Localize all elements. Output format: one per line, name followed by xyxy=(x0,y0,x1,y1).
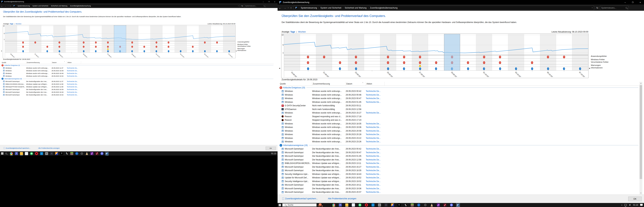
chart-day-cell[interactable] xyxy=(54,50,66,53)
chart-day-cell[interactable] xyxy=(199,41,211,44)
chart-day-cell[interactable] xyxy=(211,48,223,50)
table-row[interactable]: Reason Stopped responding and was cl... … xyxy=(279,115,639,118)
technical-details-link[interactable]: Technische De... xyxy=(366,169,384,172)
save-history-link[interactable]: Zuverlässigkeitsverlauf speichern... xyxy=(282,198,318,200)
technical-details-link[interactable]: Technische De... xyxy=(366,133,384,136)
close-button[interactable]: × xyxy=(636,0,644,5)
chart-day-cell[interactable] xyxy=(300,67,316,70)
chart-day-cell[interactable] xyxy=(492,64,508,67)
selected-day-highlight[interactable] xyxy=(114,25,126,53)
chart-day-cell[interactable] xyxy=(540,64,556,67)
opera-gx-icon[interactable] xyxy=(364,203,368,207)
table-row[interactable]: Informationsereignisse (6) xyxy=(1,78,274,80)
chart-day-cell[interactable] xyxy=(162,50,174,53)
forward-icon[interactable]: → xyxy=(284,6,286,9)
technical-details-link[interactable]: Technische De... xyxy=(67,80,81,82)
chart-day-cell[interactable] xyxy=(332,55,348,58)
table-row[interactable]: Kritische Ereignisse (15) xyxy=(279,86,639,90)
refresh-icon[interactable]: ↻ xyxy=(596,6,598,9)
chrome-icon[interactable] xyxy=(332,203,336,207)
chart-day-cell[interactable] xyxy=(90,46,102,48)
technical-details-link[interactable]: Technische De... xyxy=(366,184,384,186)
technical-details-link[interactable]: Technische De... xyxy=(366,155,384,157)
moth-app-icon[interactable] xyxy=(45,152,48,156)
start-button[interactable] xyxy=(278,203,282,207)
ok-button[interactable]: OK xyxy=(628,196,642,201)
chart-day-cell[interactable] xyxy=(460,55,476,58)
chart-day-cell[interactable] xyxy=(162,41,174,44)
vinyl-app-icon[interactable] xyxy=(80,152,84,156)
restore-button[interactable]: ❐ xyxy=(266,0,272,4)
table-scrollbar[interactable]: ▲ ▼ xyxy=(640,82,642,194)
chart-day-cell[interactable] xyxy=(316,67,332,70)
chart-day-cell[interactable] xyxy=(316,64,332,67)
technical-details-link[interactable]: Technische De... xyxy=(366,162,384,164)
technical-details-link[interactable]: Technische De... xyxy=(366,140,384,143)
reliability-monitor-icon[interactable] xyxy=(456,203,460,207)
chart-day-cell[interactable] xyxy=(162,46,174,48)
chart-day-cell[interactable] xyxy=(300,64,316,67)
technical-details-link[interactable]: Technische De... xyxy=(366,158,384,161)
view-days-tab[interactable]: Tage xyxy=(10,23,13,24)
table-row[interactable]: Microsoft GameInput Die Neukonfiguration… xyxy=(279,147,639,151)
chart-day-cell[interactable] xyxy=(364,59,380,61)
breadcrumb-item[interactable]: Zuverlässigkeitsüberwachung xyxy=(370,7,398,9)
chart-day-cell[interactable] xyxy=(150,50,162,53)
chart-day-cell[interactable] xyxy=(508,61,524,64)
whatsapp-icon[interactable] xyxy=(30,152,33,156)
chart-day-cell[interactable] xyxy=(162,48,174,50)
chart-day-cell[interactable] xyxy=(150,46,162,48)
table-row[interactable]: Windows Windows wurde nicht ordnungs... … xyxy=(279,93,639,97)
breadcrumb[interactable]: › Systemsteuerung › System und Sicherhei… xyxy=(294,6,594,10)
shield-app-icon[interactable] xyxy=(384,203,388,207)
chart-day-cell[interactable] xyxy=(78,44,90,46)
technical-details-link[interactable]: Technische De... xyxy=(67,72,81,74)
chart-day-cell[interactable] xyxy=(199,50,211,53)
chart-day-cell[interactable] xyxy=(199,48,211,50)
column-header-aktion[interactable]: Aktion xyxy=(67,61,81,64)
chart-day-cell[interactable] xyxy=(41,41,53,44)
chart-day-cell[interactable] xyxy=(348,67,364,70)
chart-day-cell[interactable] xyxy=(174,46,187,48)
selected-day-highlight[interactable] xyxy=(444,34,460,70)
tidal-icon[interactable] xyxy=(60,152,64,156)
reliability-monitor-icon[interactable] xyxy=(105,152,109,156)
chart-day-cell[interactable] xyxy=(332,59,348,61)
chart-day-cell[interactable] xyxy=(66,46,78,48)
chart-day-cell[interactable] xyxy=(102,50,114,53)
table-row[interactable]: Windows Windows wurde nicht ordnungs... … xyxy=(279,136,639,140)
chart-day-cell[interactable] xyxy=(572,55,588,58)
chart-day-cell[interactable] xyxy=(332,67,348,70)
chart-day-cell[interactable] xyxy=(316,59,332,61)
technical-details-link[interactable]: Technische De... xyxy=(366,191,384,193)
chart-day-cell[interactable] xyxy=(150,44,162,46)
chart-day-cell[interactable] xyxy=(41,44,53,46)
chart-day-cell[interactable] xyxy=(66,50,78,53)
chart-day-cell[interactable] xyxy=(187,50,199,53)
table-row[interactable]: Microsoft GameInput Die Neukonfiguration… xyxy=(1,80,274,83)
technical-details-link[interactable]: Technische De... xyxy=(67,89,81,90)
chart-day-cell[interactable] xyxy=(17,41,29,44)
chart-scroll-right-icon[interactable]: ▶ xyxy=(589,68,590,69)
column-header-quelle[interactable]: Quelle xyxy=(279,82,312,86)
chart-day-cell[interactable] xyxy=(138,46,150,48)
table-row[interactable]: Microsoft GameInput Die Neukonfiguration… xyxy=(279,165,639,169)
chart-day-cell[interactable] xyxy=(524,59,540,61)
pixel-red-icon[interactable] xyxy=(95,152,99,156)
shield-app-icon[interactable] xyxy=(50,152,54,156)
chart-day-cell[interactable] xyxy=(524,61,540,64)
technical-details-link[interactable]: Technische De... xyxy=(366,137,384,139)
chart-day-cell[interactable] xyxy=(476,55,492,58)
table-row[interactable]: G DATA SecurityCenter Nicht mehr funktio… xyxy=(279,104,639,108)
chart-day-cell[interactable] xyxy=(78,48,90,50)
column-header-quelle[interactable]: Quelle xyxy=(1,61,26,64)
chart-day-cell[interactable] xyxy=(78,50,90,53)
chart-day-cell[interactable] xyxy=(412,67,428,70)
table-row[interactable]: Windows Windows wurde nicht ordnungs... … xyxy=(279,97,639,100)
table-row[interactable]: NTKDaemon Nicht mehr funktionsfähig 29.0… xyxy=(279,108,639,111)
chart-day-cell[interactable] xyxy=(428,59,444,61)
chart-day-cell[interactable] xyxy=(492,55,508,58)
discord-icon[interactable] xyxy=(100,152,104,156)
table-row[interactable]: Kritische Ereignisse (4) xyxy=(1,64,274,67)
chart-day-cell[interactable] xyxy=(66,44,78,46)
